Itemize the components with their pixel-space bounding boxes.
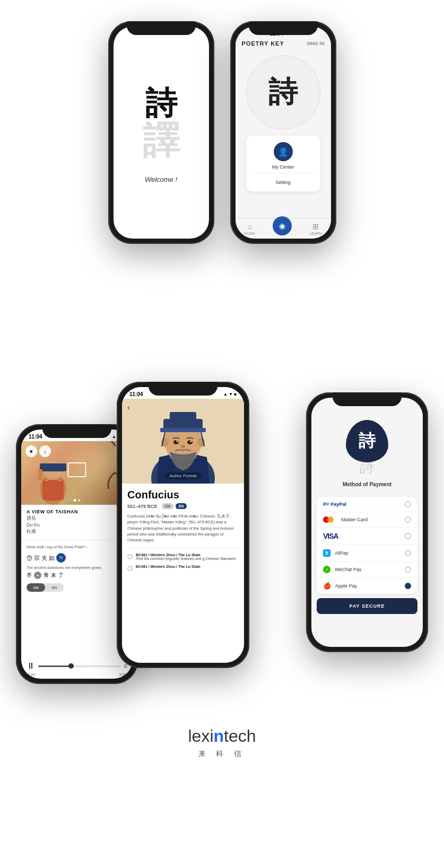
brand-lexi: lexi (188, 726, 213, 746)
phone-confucius: 11:04 ▲ ▼ ■ (117, 382, 249, 668)
alipay-radio[interactable] (405, 550, 411, 556)
pk-setting[interactable]: Setting (275, 180, 290, 185)
alipay-icon: 支 (323, 549, 330, 557)
nav-learn[interactable]: ⊞ LEARN (310, 222, 322, 235)
pause-btn[interactable]: ⏸ (27, 661, 35, 671)
poem-question: What shall I say of the Great Peak? -- (27, 545, 127, 549)
conf-dates: 551–479 BCE (127, 504, 158, 509)
applepay-radio[interactable] (405, 583, 411, 589)
pay-method-paypal[interactable]: PP PayPal (317, 497, 417, 512)
brand-tech: tech (224, 726, 256, 746)
lang-ch[interactable]: CH (27, 583, 45, 592)
status-time-3: 11:04 (29, 434, 42, 440)
back-btn[interactable]: ‹ (127, 403, 130, 411)
visa-radio[interactable] (405, 533, 411, 539)
svg-point-18 (187, 440, 193, 444)
frame-indicator (68, 462, 86, 477)
screen-payment-container: 詩 詩 Method of Payment PP PayPal (311, 398, 423, 647)
nav-learn-label: LEARN (310, 232, 322, 235)
mastercard-radio[interactable] (405, 516, 411, 523)
bottom-row: 11:04 ▲ ▼ ■ (11, 270, 433, 684)
char2-1: 齐 (27, 572, 32, 579)
download-btn[interactable]: ↓ (39, 445, 51, 457)
wechat-radio[interactable] (405, 566, 411, 573)
paypal-icon: PP PayPal (323, 502, 346, 507)
char-btn[interactable]: 向 (56, 553, 66, 563)
screen-payment: 詩 詩 Method of Payment PP PayPal (311, 398, 423, 647)
screen-poetrykey-container: 11:04 ▲ ▼ ■ POETRY KEY SING IN 詩 👤 (236, 27, 331, 239)
conf-portrait: Author Portrait ‹ (122, 399, 244, 484)
pk-bottom-nav: ⌂ HOME ◉ ⊞ LEARN (236, 218, 331, 239)
brand-footer: lexintech 来 科 信 (11, 716, 433, 775)
timeline-item-2: BC481 / Western Zhou / The Lu State (127, 565, 239, 571)
lang-en[interactable]: EN (45, 583, 64, 592)
pk-signin[interactable]: SING IN (307, 41, 325, 46)
carousel-dots (74, 499, 81, 502)
brand-n: n (213, 726, 224, 746)
player-progress (38, 665, 71, 667)
nav-home[interactable]: ⌂ HOME (244, 222, 255, 235)
player-knob[interactable] (68, 663, 74, 669)
svg-point-17 (173, 440, 179, 444)
pay-methods-list: PP PayPal Master-Card (317, 497, 417, 594)
poem-author-cn: 杜甫 (27, 528, 127, 535)
tl-label-1: BC481 / Western Zhou / The Lu State (136, 553, 237, 557)
poem-chars: 岱 宗 夫 如 向 (21, 551, 133, 565)
status-time-2: 11:04 (269, 31, 283, 37)
char-4: 如 (49, 554, 55, 562)
status-icons-2: ▲ ▼ ■ (283, 31, 297, 36)
status-bar-4: 11:04 ▲ ▼ ■ (122, 387, 244, 399)
poem-player: ⏸ ≡ 2:45 3:56 (21, 659, 133, 679)
player-controls: ⏸ ≡ (27, 661, 127, 671)
screen-confucius-container: 11:04 ▲ ▼ ■ (122, 387, 244, 663)
dot-2 (78, 499, 81, 502)
char2-3: 未 (51, 572, 56, 579)
tl-text-1: Find the common linguistic features and … (136, 557, 237, 560)
pay-logo-area: 詩 詩 Method of Payment (311, 409, 423, 493)
lang-toggle[interactable]: CH EN (27, 583, 64, 592)
char2-2: 青 (43, 572, 49, 579)
status-icons-4: ▲ ▼ ■ (223, 392, 237, 397)
poem-subtitle-cn: 望岳 (27, 515, 127, 522)
poem-title: A VIEW OF TAISHAN (27, 509, 127, 514)
pk-my-center[interactable]: My Center (272, 164, 294, 170)
char2-4: 了 (58, 572, 64, 579)
lang-cn-btn[interactable]: CN (162, 503, 173, 509)
timeline-dot-2 (127, 566, 133, 571)
pk-avatar-btn[interactable]: 👤 (274, 142, 293, 161)
nav-home-label: HOME (244, 232, 255, 235)
kanji-shadow: 譯 (143, 122, 180, 160)
learn-icon: ⊞ (312, 222, 319, 231)
conf-dates-row: 551–479 BCE CN EN (127, 503, 239, 509)
svg-rect-5 (40, 463, 66, 471)
status-bar-3: 11:04 ▲ ▼ ■ (21, 429, 133, 441)
screen-poem-container: 11:04 ▲ ▼ ■ (21, 429, 133, 679)
pay-secure-btn[interactable]: PAY SECURE (317, 598, 417, 614)
svg-rect-16 (170, 412, 196, 420)
pay-kanji: 詩 (359, 429, 376, 453)
timeline-item-1: BC481 / Western Zhou / The Lu State Find… (127, 553, 239, 560)
player-track[interactable] (38, 665, 120, 667)
page-wrapper: 詩 譯 Welcome ! 11:04 ▲ ▼ ■ POETRY KEY SIN… (0, 0, 444, 806)
pay-method-visa[interactable]: VISA (317, 528, 417, 545)
svg-point-21 (181, 445, 185, 448)
pay-method-applepay[interactable]: 🍎 Apple Pay (317, 578, 417, 594)
artwork-btns: ♥ ↓ (25, 445, 51, 457)
heart-btn[interactable]: ♥ (25, 445, 37, 457)
circle-icon: ◉ (279, 222, 285, 230)
pay-method-alipay[interactable]: 支 AliPay (317, 545, 417, 562)
apple-icon: 🍎 (323, 582, 331, 590)
char-2: 宗 (34, 554, 40, 562)
pay-method-mastercard[interactable]: Master-Card (317, 512, 417, 528)
pay-method-wechat[interactable]: ✓ WeChat Pay (317, 562, 417, 578)
mastercard-name: Master-Card (341, 517, 401, 522)
brand-name: lexintech (188, 726, 256, 746)
paypal-radio[interactable] (405, 501, 411, 507)
pk-title: POETRY KEY (242, 40, 284, 47)
wechat-name: WeChat Pay (335, 567, 401, 572)
nav-center-btn[interactable]: ◉ (273, 216, 292, 235)
lang-en-btn[interactable]: EN (176, 503, 187, 509)
conf-lang-btns: CN EN (162, 503, 187, 509)
top-row: 詩 譯 Welcome ! 11:04 ▲ ▼ ■ POETRY KEY SIN… (11, 21, 433, 244)
char-1: 岱 (27, 554, 32, 562)
